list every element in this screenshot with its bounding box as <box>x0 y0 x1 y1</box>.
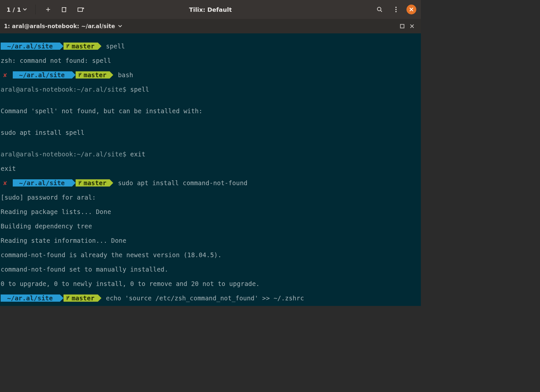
terminal-output-line: Reading package lists... Done <box>1 208 420 215</box>
add-terminal-button[interactable] <box>42 4 54 15</box>
svg-point-9 <box>80 181 81 182</box>
maximize-pane-button[interactable] <box>397 23 407 30</box>
terminal-tabbar: 1: aral@arals-notebook: ~/ar.al/site <box>0 19 421 33</box>
terminal-output-line: [sudo] password for aral: <box>1 194 420 201</box>
search-icon <box>377 7 383 12</box>
split-right-plus-icon <box>78 7 85 12</box>
headerbar-right-group <box>374 4 416 15</box>
prompt-branch-segment: master <box>63 43 101 50</box>
prompt-path: ~/ar.al/site <box>7 43 53 50</box>
prompt-line: ~/ar.al/site masterecho 'source /etc/zsh… <box>1 294 420 302</box>
git-branch-icon <box>78 181 82 185</box>
error-glyph: ✘ <box>3 179 7 187</box>
terminal-output-line: Command 'spell' not found, but can be in… <box>1 107 420 115</box>
close-icon <box>409 7 414 12</box>
chevron-down-icon <box>118 24 122 28</box>
prompt-branch-segment: master <box>63 294 101 302</box>
svg-rect-1 <box>78 8 82 11</box>
bash-prompt-line: aral@arals-notebook:~/ar.al/site$ spell <box>1 86 420 93</box>
close-icon <box>410 24 414 28</box>
error-glyph: ✘ <box>3 71 7 79</box>
separator <box>35 5 36 14</box>
bash-prompt-line: aral@arals-notebook:~/ar.al/site$ exit <box>1 151 420 158</box>
close-pane-button[interactable] <box>407 23 417 30</box>
session-indicator-button[interactable]: 1 / 1 <box>5 4 29 15</box>
terminal-output-line: command-not-found is already the newest … <box>1 251 420 258</box>
svg-rect-6 <box>401 25 404 28</box>
kebab-menu-icon <box>395 7 397 12</box>
prompt-branch-segment: master <box>76 179 114 187</box>
terminal-output-line: Reading state information... Done <box>1 237 420 244</box>
add-terminal-right-button[interactable] <box>75 4 87 15</box>
command-input: sudo apt install command-not-found <box>118 179 247 187</box>
add-terminal-down-button[interactable] <box>59 4 70 15</box>
terminal-output-line: sudo apt install spell <box>1 129 420 136</box>
svg-point-10 <box>68 296 69 297</box>
maximize-icon <box>400 24 405 28</box>
command-input: echo 'source /etc/zsh_command_not_found'… <box>106 294 304 302</box>
git-branch-icon <box>66 296 70 300</box>
command-input: spell <box>106 43 125 50</box>
window-headerbar: 1 / 1 Tilix: Default <box>0 0 421 19</box>
bash-host: arals-notebook <box>20 86 73 93</box>
prompt-line: ✘ ~/ar.al/site masterbash <box>1 71 420 79</box>
prompt-path: ~/ar.al/site <box>19 71 65 79</box>
svg-point-8 <box>80 73 81 74</box>
search-button[interactable] <box>374 4 386 15</box>
bash-user: aral <box>1 86 16 93</box>
prompt-error-segment: ✘ <box>1 71 13 79</box>
prompt-line: ✘ ~/ar.al/site mastersudo apt install co… <box>1 179 420 187</box>
svg-point-5 <box>395 11 397 12</box>
plus-icon <box>45 7 51 12</box>
chevron-down-icon <box>23 8 27 11</box>
terminal-tab-title-label: 1: aral@arals-notebook: ~/ar.al/site <box>4 23 115 29</box>
command-input: exit <box>130 151 146 158</box>
prompt-path-segment: ~/ar.al/site <box>1 43 63 50</box>
command-input: bash <box>118 71 133 79</box>
prompt-error-segment: ✘ <box>1 179 13 187</box>
command-input: spell <box>130 86 149 93</box>
prompt-branch: master <box>72 294 95 302</box>
svg-point-3 <box>395 7 397 8</box>
terminal-output-line: zsh: command not found: spell <box>1 57 420 64</box>
svg-point-7 <box>68 44 69 45</box>
terminal-output-line: 0 to upgrade, 0 to newly install, 0 to r… <box>1 280 420 287</box>
prompt-path: ~/ar.al/site <box>7 294 53 302</box>
bash-path: ~/ar.al/site <box>77 86 123 93</box>
bash-host: arals-notebook <box>20 151 73 158</box>
terminal-output-line: command-not-found set to manually instal… <box>1 266 420 273</box>
prompt-branch: master <box>84 71 107 79</box>
bash-user: aral <box>1 151 16 158</box>
new-window-plus-icon <box>62 7 67 12</box>
svg-point-4 <box>395 9 397 10</box>
prompt-branch-segment: master <box>76 71 114 79</box>
prompt-branch: master <box>72 43 95 50</box>
menu-button[interactable] <box>390 4 402 15</box>
prompt-path-segment: ~/ar.al/site <box>1 294 63 302</box>
session-indicator-label: 1 / 1 <box>7 6 21 13</box>
terminal-output-line: Building dependency tree <box>1 223 420 230</box>
git-branch-icon <box>66 44 70 48</box>
prompt-line: ~/ar.al/site masterspell <box>1 43 420 50</box>
terminal-tab-title-button[interactable]: 1: aral@arals-notebook: ~/ar.al/site <box>4 23 122 29</box>
prompt-path: ~/ar.al/site <box>19 179 65 187</box>
prompt-path-segment: ~/ar.al/site <box>13 71 76 79</box>
terminal-output-line: exit <box>1 165 420 172</box>
terminal-viewport[interactable]: ~/ar.al/site masterspell zsh: command no… <box>0 33 421 306</box>
window-close-button[interactable] <box>406 5 416 14</box>
svg-point-2 <box>377 7 381 11</box>
git-branch-icon <box>78 73 82 77</box>
headerbar-left-group: 1 / 1 <box>5 4 87 15</box>
prompt-path-segment: ~/ar.al/site <box>13 179 76 187</box>
bash-path: ~/ar.al/site <box>77 151 123 158</box>
prompt-branch: master <box>84 179 107 187</box>
